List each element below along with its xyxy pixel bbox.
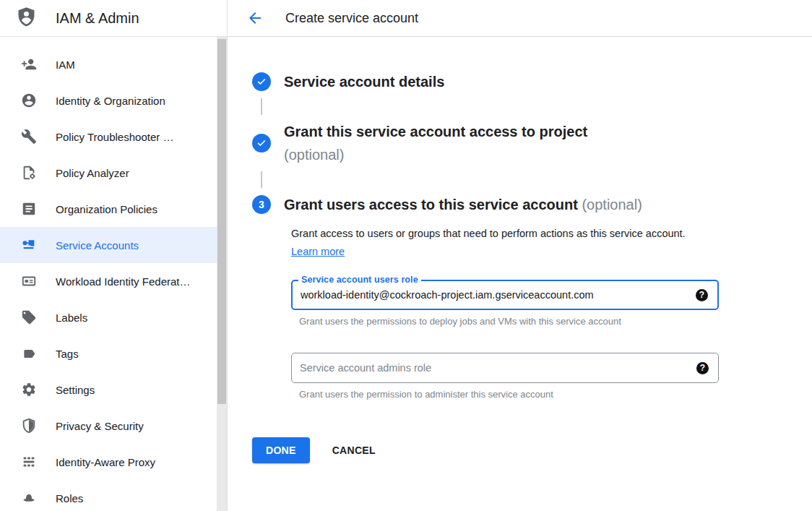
sidebar-item-label: IAM — [56, 59, 75, 71]
help-icon[interactable]: ? — [696, 362, 709, 374]
sidebar-item-label: Settings — [56, 384, 95, 396]
sidebar-item-workload-identity-federation[interactable]: Workload Identity Federat… — [0, 263, 227, 299]
cancel-button[interactable]: CANCEL — [332, 445, 376, 456]
sidebar-header: IAM & Admin — [0, 0, 227, 37]
step-3-description: Grant access to users or groups that nee… — [291, 225, 692, 261]
card-icon — [20, 272, 38, 290]
sidebar-item-label: Identity-Aware Proxy — [56, 456, 155, 468]
sidebar-item-label: Organization Policies — [56, 203, 157, 215]
person-add-icon — [20, 56, 38, 73]
sidebar-item-roles[interactable]: Roles — [0, 480, 227, 511]
sidebar-item-identity-organization[interactable]: Identity & Organization — [0, 82, 227, 119]
sidebar-item-label: Policy Troubleshooter … — [56, 131, 173, 143]
back-button[interactable] — [246, 9, 264, 27]
tag-icon — [20, 345, 38, 362]
sidebar-item-label: Tags — [56, 348, 79, 360]
done-button[interactable]: DONE — [252, 437, 310, 463]
service-account-users-role-input[interactable] — [301, 289, 688, 301]
step-2-optional-label: (optional) — [284, 143, 587, 166]
topbar: Create service account — [228, 0, 812, 37]
sidebar-item-label: Identity & Organization — [56, 95, 165, 107]
sidebar-item-tags[interactable]: Tags — [0, 335, 227, 372]
step-3-number-badge: 3 — [252, 195, 271, 214]
sidebar-nav: IAM Identity & Organization Policy Troub… — [0, 37, 227, 511]
step-3-title: Grant users access to this service accou… — [284, 193, 642, 216]
sidebar-item-organization-policies[interactable]: Organization Policies — [0, 191, 227, 227]
service-account-users-role-label: Service account users role — [298, 275, 421, 285]
product-title: IAM & Admin — [56, 10, 139, 27]
step-1-check-icon — [252, 72, 271, 91]
arrow-back-icon — [246, 9, 264, 27]
step-3-optional-label: (optional) — [582, 197, 642, 212]
users-role-helper-text: Grant users the permissions to deploy jo… — [299, 316, 812, 327]
step-3-row: 3 Grant users access to this service acc… — [252, 193, 812, 216]
sidebar-item-label: Policy Analyzer — [56, 167, 129, 179]
step-connector — [261, 171, 262, 188]
account-circle-icon — [20, 92, 38, 109]
sidebar-item-label: Labels — [56, 312, 87, 324]
service-account-admins-role-input[interactable] — [300, 362, 689, 374]
form-actions: DONE CANCEL — [252, 437, 812, 463]
wrench-icon — [20, 128, 38, 145]
step-2-check-icon — [252, 134, 271, 153]
step-2-title: Grant this service account access to pro… — [284, 120, 587, 143]
sidebar-item-service-accounts[interactable]: Service Accounts — [0, 227, 227, 263]
help-icon[interactable]: ? — [696, 289, 708, 301]
sidebar-item-label: Workload Identity Federat… — [56, 275, 190, 288]
sidebar-item-iam[interactable]: IAM — [0, 46, 227, 82]
step-2-row: Grant this service account access to pro… — [252, 120, 812, 166]
sidebar: IAM & Admin IAM Identity & Organization … — [0, 0, 228, 511]
service-account-users-role-field: Service account users role ? — [291, 280, 719, 310]
step-1-row: Service account details — [252, 70, 812, 93]
shield-half-icon — [20, 417, 38, 434]
sidebar-item-policy-analyzer[interactable]: Policy Analyzer — [0, 155, 227, 191]
article-icon — [20, 200, 38, 218]
create-service-account-form: Service account details Grant this servi… — [228, 37, 812, 463]
sidebar-item-policy-troubleshooter[interactable]: Policy Troubleshooter … — [0, 119, 227, 155]
service-account-admins-role-field: ? — [291, 353, 719, 383]
learn-more-link[interactable]: Learn more — [291, 246, 345, 257]
spacer — [291, 327, 812, 353]
main-area: Create service account Service account d… — [228, 0, 812, 511]
step-1-title: Service account details — [284, 70, 444, 93]
step-connector — [261, 98, 262, 115]
sidebar-item-label: Privacy & Security — [56, 420, 144, 432]
service-account-icon — [20, 236, 38, 254]
policy-analyzer-icon — [20, 164, 38, 181]
iam-admin-shield-icon — [15, 6, 38, 31]
hat-icon — [20, 489, 38, 507]
proxy-icon — [20, 453, 38, 471]
sidebar-item-identity-aware-proxy[interactable]: Identity-Aware Proxy — [0, 444, 227, 480]
gear-icon — [20, 381, 38, 398]
step-3-body: Grant access to users or groups that nee… — [291, 225, 812, 400]
sidebar-scrollbar-track — [217, 37, 227, 511]
sidebar-item-label: Service Accounts — [56, 239, 139, 252]
admins-role-helper-text: Grant users the permission to administer… — [299, 389, 812, 400]
sidebar-item-settings[interactable]: Settings — [0, 372, 227, 408]
app-window: IAM & Admin IAM Identity & Organization … — [0, 0, 812, 511]
page-title: Create service account — [285, 11, 418, 26]
sidebar-item-labels[interactable]: Labels — [0, 299, 227, 335]
sidebar-item-label: Roles — [56, 492, 83, 504]
sidebar-item-privacy-security[interactable]: Privacy & Security — [0, 408, 227, 444]
sidebar-scrollbar-thumb[interactable] — [217, 39, 226, 404]
label-icon — [20, 309, 38, 326]
